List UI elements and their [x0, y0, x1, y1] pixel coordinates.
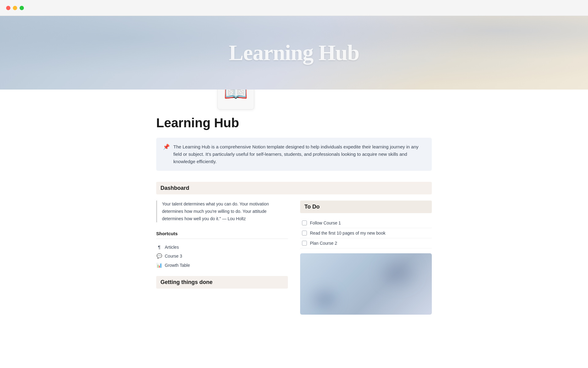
- shortcut-articles[interactable]: ¶ Articles: [156, 243, 288, 251]
- todo-label-3: Plan Course 2: [310, 241, 337, 246]
- todo-checkbox-3[interactable]: [302, 241, 307, 246]
- left-column: Your talent determines what you can do. …: [156, 201, 288, 315]
- course3-icon: 💬: [156, 253, 162, 259]
- shortcut-growth-table[interactable]: 📊 Growth Table: [156, 261, 288, 270]
- callout-icon: 📌: [163, 144, 170, 150]
- shortcut-articles-label: Articles: [165, 245, 179, 250]
- content-area: 📖 Learning Hub 📌 The Learning Hub is a c…: [95, 73, 493, 315]
- dashboard-header: Dashboard: [156, 182, 432, 194]
- page-wrapper: Learning Hub 📖 Learning Hub 📌 The Learni…: [0, 16, 588, 315]
- two-col-layout: Your talent determines what you can do. …: [156, 201, 432, 315]
- shortcut-growth-table-label: Growth Table: [165, 263, 190, 268]
- callout-text: The Learning Hub is a comprehensive Noti…: [173, 143, 425, 165]
- title-bar: [0, 0, 588, 16]
- quote-block: Your talent determines what you can do. …: [156, 201, 288, 222]
- callout-box: 📌 The Learning Hub is a comprehensive No…: [156, 138, 432, 171]
- close-button[interactable]: [6, 6, 10, 10]
- shortcuts-section: Shortcuts ¶ Articles 💬 Course 3 📊 Growth…: [156, 231, 288, 270]
- shortcuts-header: Shortcuts: [156, 231, 288, 239]
- todo-checkbox-2[interactable]: [302, 231, 307, 236]
- todo-item-read-book: Read the first 10 pages of my new book: [300, 228, 432, 238]
- hero-banner: Learning Hub: [0, 16, 588, 90]
- todo-item-follow-course: Follow Course 1: [300, 218, 432, 228]
- page-title: Learning Hub: [156, 116, 432, 130]
- quote-text: Your talent determines what you can do. …: [162, 201, 288, 222]
- todo-checkbox-1[interactable]: [302, 220, 307, 225]
- maximize-button[interactable]: [20, 6, 24, 10]
- growth-table-icon: 📊: [156, 263, 162, 268]
- shortcut-course3-label: Course 3: [165, 254, 182, 259]
- minimize-button[interactable]: [13, 6, 17, 10]
- todo-header: To Do: [300, 201, 432, 213]
- dashboard-image: [300, 253, 432, 315]
- todo-label-1: Follow Course 1: [310, 220, 341, 225]
- getting-things-done-header: Getting things done: [156, 276, 288, 289]
- articles-icon: ¶: [156, 244, 162, 250]
- todo-item-plan-course: Plan Course 2: [300, 238, 432, 248]
- hero-title: Learning Hub: [229, 40, 359, 66]
- shortcut-course3[interactable]: 💬 Course 3: [156, 251, 288, 261]
- right-column: To Do Follow Course 1 Read the first 10 …: [300, 201, 432, 315]
- todo-label-2: Read the first 10 pages of my new book: [310, 231, 386, 236]
